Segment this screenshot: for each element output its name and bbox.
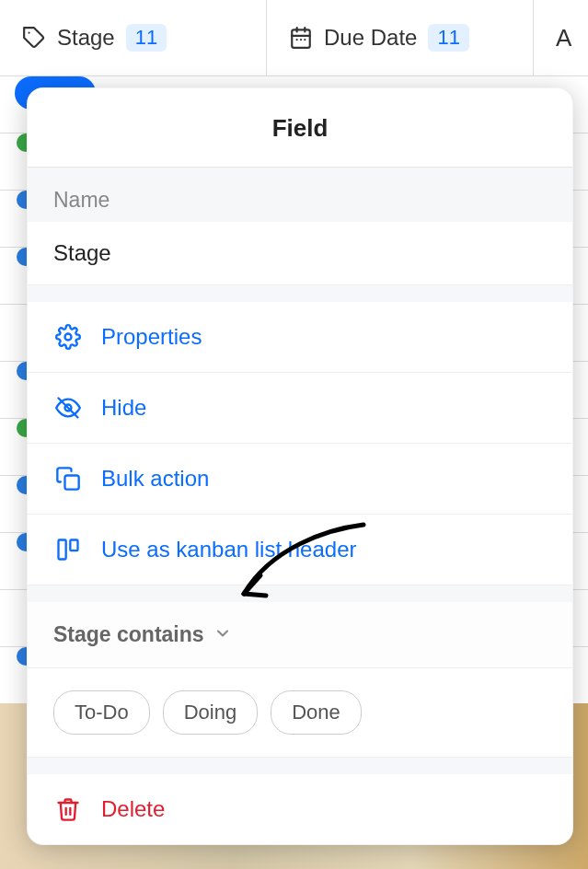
properties-action[interactable]: Properties (28, 302, 572, 373)
column-header-stage-label: Stage (57, 25, 115, 51)
hide-label: Hide (101, 395, 146, 421)
field-name-input[interactable] (28, 222, 572, 285)
chevron-down-icon (213, 624, 232, 646)
bulk-action[interactable]: Bulk action (28, 444, 572, 515)
svg-rect-12 (59, 540, 66, 560)
delete-label: Delete (101, 796, 165, 822)
column-stage-count-badge: 11 (126, 24, 167, 52)
bulk-action-label: Bulk action (101, 466, 209, 492)
tag-icon (22, 26, 46, 50)
eye-off-icon (53, 393, 83, 423)
filter-dropdown[interactable]: Stage contains (28, 602, 572, 668)
svg-rect-13 (70, 540, 77, 551)
gear-icon (53, 322, 83, 352)
svg-point-8 (65, 334, 72, 341)
column-headers: Stage 11 Due Date 11 A (0, 0, 588, 76)
chip-doing[interactable]: Doing (163, 690, 258, 735)
column-header-next-label: A (556, 24, 571, 52)
column-header-stage[interactable]: Stage 11 (0, 0, 267, 75)
column-header-due-date-label: Due Date (324, 25, 417, 51)
kanban-icon (53, 535, 83, 564)
action-list: Properties Hide Bulk action (28, 302, 572, 585)
section-divider-3 (28, 758, 572, 774)
filter-label: Stage contains (53, 622, 204, 647)
field-popover: Field Name Properties Hide (27, 87, 573, 845)
field-name-label: Name (28, 168, 572, 222)
popover-title: Field (28, 88, 572, 168)
calendar-icon (289, 26, 313, 50)
filter-chips: To-Do Doing Done (28, 668, 572, 758)
properties-label: Properties (101, 324, 202, 350)
chip-todo[interactable]: To-Do (53, 690, 150, 735)
svg-rect-11 (65, 476, 79, 490)
chip-done[interactable]: Done (271, 690, 362, 735)
delete-action[interactable]: Delete (28, 774, 572, 844)
trash-icon (53, 794, 83, 824)
column-due-date-count-badge: 11 (428, 24, 468, 52)
hide-action[interactable]: Hide (28, 373, 572, 444)
section-divider (28, 285, 572, 302)
column-header-next[interactable]: A (534, 0, 588, 75)
section-divider-2 (28, 585, 572, 602)
kanban-action[interactable]: Use as kanban list header (28, 515, 572, 585)
column-header-due-date[interactable]: Due Date 11 (267, 0, 534, 75)
copy-icon (53, 464, 83, 493)
kanban-label: Use as kanban list header (101, 537, 357, 562)
